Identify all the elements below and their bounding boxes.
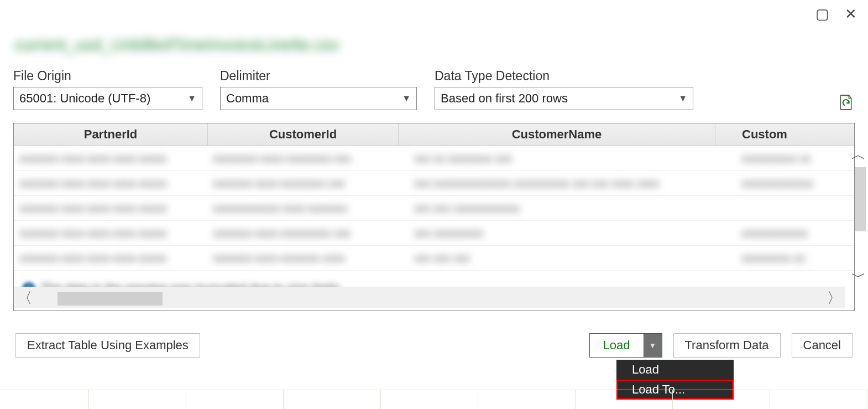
extract-table-button[interactable]: Extract Table Using Examples — [15, 333, 200, 358]
load-button-label: Load — [590, 338, 644, 353]
load-dropdown-toggle[interactable]: ▼ — [644, 334, 662, 357]
detection-dropdown[interactable]: Based on first 200 rows ▼ — [435, 87, 693, 110]
column-header-customerid[interactable]: CustomerId — [208, 123, 399, 146]
file-origin-option: File Origin 65001: Unicode (UTF-8) ▼ — [13, 69, 202, 110]
menu-item-load[interactable]: Load — [616, 360, 734, 380]
delimiter-option: Delimiter Comma ▼ — [220, 69, 417, 110]
vertical-scrollbar[interactable]: ︿ ﹀ — [850, 145, 867, 287]
detection-label: Data Type Detection — [435, 69, 693, 84]
column-header-custom[interactable]: Custom — [715, 123, 814, 146]
table-row[interactable]: xxxxxxx-xxxx-xxxx-xxxx-xxxxxxxxxxxx-xxxx… — [14, 171, 854, 196]
file-name: current_usd_UnbilledTimeInvoiceLineIte.c… — [14, 35, 339, 54]
file-origin-label: File Origin — [13, 69, 202, 84]
import-preview-dialog: ▢ ✕ current_usd_UnbilledTimeInvoiceLineI… — [0, 0, 868, 409]
table-row[interactable]: xxxxxxx-xxxx-xxxx-xxxx-xxxxxxxxxxxxx-xxx… — [14, 146, 854, 171]
column-header-customername[interactable]: CustomerName — [399, 123, 715, 146]
chevron-down-icon: ▼ — [402, 94, 411, 103]
vertical-scroll-thumb[interactable] — [855, 167, 866, 231]
scroll-left-icon[interactable]: 〈 — [14, 288, 35, 308]
scroll-down-icon[interactable]: ﹀ — [851, 267, 866, 287]
file-origin-dropdown[interactable]: 65001: Unicode (UTF-8) ▼ — [13, 87, 202, 110]
detection-option: Data Type Detection Based on first 200 r… — [435, 69, 693, 110]
chevron-down-icon: ▼ — [187, 94, 196, 103]
table-header-row: PartnerId CustomerId CustomerName Custom — [14, 123, 854, 146]
chevron-down-icon: ▼ — [678, 94, 687, 103]
horizontal-scrollbar[interactable]: 〈 〉 — [14, 287, 845, 308]
delimiter-label: Delimiter — [220, 69, 417, 84]
cancel-button[interactable]: Cancel — [792, 333, 853, 358]
detection-value: Based on first 200 rows — [441, 91, 568, 106]
import-options: File Origin 65001: Unicode (UTF-8) ▼ Del… — [13, 69, 693, 110]
refresh-icon[interactable] — [838, 94, 853, 114]
delimiter-value: Comma — [226, 91, 269, 106]
file-origin-value: 65001: Unicode (UTF-8) — [19, 91, 150, 106]
table-row[interactable]: xxxxxxx-xxxx-xxxx-xxxx-xxxxxxxxxxxxxxxxx… — [14, 196, 854, 221]
scroll-up-icon[interactable]: ︿ — [851, 145, 866, 164]
window-controls: ▢ ✕ — [815, 7, 857, 21]
column-header-partnerid[interactable]: PartnerId — [14, 123, 208, 146]
load-split-button[interactable]: Load ▼ — [589, 333, 662, 358]
scroll-right-icon[interactable]: 〉 — [824, 288, 845, 308]
horizontal-scroll-thumb[interactable] — [57, 292, 163, 306]
table-body: xxxxxxx-xxxx-xxxx-xxxx-xxxxxxxxxxxxx-xxx… — [14, 146, 854, 288]
transform-data-button[interactable]: Transform Data — [673, 333, 781, 358]
close-icon[interactable]: ✕ — [845, 7, 857, 21]
table-row[interactable]: xxxxxxx-xxxx-xxxx-xxxx-xxxxxxxxxxxx-xxxx… — [14, 221, 854, 246]
footer-right-buttons: Load ▼ Transform Data Cancel — [589, 333, 853, 358]
table-row[interactable]: xxxxxxx-xxxx-xxxx-xxxx-xxxxxxxxxxxx-xxxx… — [14, 246, 854, 271]
dialog-footer: Extract Table Using Examples Load ▼ Tran… — [15, 333, 853, 358]
maximize-icon[interactable]: ▢ — [815, 7, 829, 21]
delimiter-dropdown[interactable]: Comma ▼ — [220, 87, 417, 110]
spreadsheet-gridline — [0, 390, 868, 409]
